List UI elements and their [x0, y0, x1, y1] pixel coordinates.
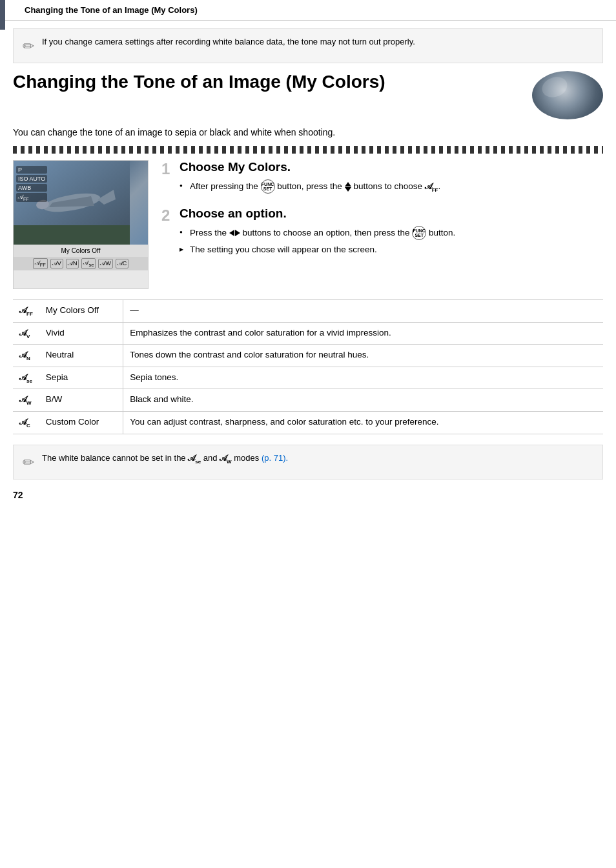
camera-wb: AWB — [16, 184, 47, 192]
table-row: 𝒜se Sepia Sepia tones. — [13, 367, 603, 389]
camera-icon-se: 𝒜se — [81, 258, 96, 269]
camera-bottom-label: My Colors Off — [61, 247, 101, 254]
step-2-inner: Choose an option. Press the buttons to c… — [180, 207, 603, 256]
bottom-note-link[interactable]: (p. 71). — [262, 453, 288, 463]
table-cell-desc: — — [123, 300, 603, 323]
table-cell-icon: 𝒜C — [13, 411, 39, 434]
heading-image — [532, 71, 603, 119]
svg-rect-1 — [14, 225, 130, 245]
step-2-title: Choose an option. — [180, 207, 603, 221]
table-cell-name: My Colors Off — [39, 300, 123, 323]
table-row: 𝒜FF My Colors Off — — [13, 300, 603, 323]
bottom-note-icon2: 𝒜W — [220, 453, 234, 463]
step-2-bullets: Press the buttons to choose an option, t… — [180, 226, 603, 256]
table-row: 𝒜N Neutral Tones down the contrast and c… — [13, 345, 603, 367]
section-divider — [13, 146, 603, 154]
step-1-bullet-1-text: After pressing the FUNCSET button, press… — [190, 181, 440, 191]
table-cell-icon: 𝒜FF — [13, 300, 39, 323]
table-row: 𝒜V Vivid Emphasizes the contrast and col… — [13, 322, 603, 345]
table-cell-desc: Black and white. — [123, 389, 603, 412]
color-icon-bw: 𝒜W — [19, 394, 32, 404]
camera-icon-c: 𝒜C — [116, 259, 129, 268]
table-cell-name: Sepia — [39, 367, 123, 389]
table-cell-name: Custom Color — [39, 411, 123, 434]
step-1-title: Choose My Colors. — [180, 160, 603, 174]
table-cell-desc: Tones down the contrast and color satura… — [123, 345, 603, 367]
up-down-arrows — [345, 182, 351, 192]
color-icon-c: 𝒜C — [19, 417, 30, 427]
bottom-note: ✏ The white balance cannot be set in the… — [13, 445, 603, 479]
colors-table: 𝒜FF My Colors Off — 𝒜V Vivid Emphasizes … — [13, 299, 603, 434]
camera-mode: P — [16, 166, 47, 174]
table-cell-desc: Emphasizes the contrast and color satura… — [123, 322, 603, 345]
camera-bottom-bar: My Colors Off — [14, 245, 148, 257]
note-box: ✏ If you change camera settings after re… — [13, 28, 603, 63]
camera-ui-bar: P ISO AUTO AWB 𝒜FF — [16, 166, 47, 202]
step-2-bullet-2: The setting you chose will appear on the… — [180, 243, 603, 256]
table-cell-icon: 𝒜V — [13, 322, 39, 345]
description-text: You can change the tone of an image to s… — [13, 126, 603, 139]
func-set-icon-2: FUNCSET — [412, 226, 426, 240]
top-bar: Changing the Tone of an Image (My Colors… — [0, 0, 616, 21]
camera-mycolor: 𝒜FF — [16, 193, 47, 202]
table-row: 𝒜W B/W Black and white. — [13, 389, 603, 412]
table-cell-icon: 𝒜N — [13, 345, 39, 367]
page-title: Changing the Tone of an Image (My Colors… — [13, 71, 526, 93]
table-row: 𝒜C Custom Color You can adjust contrast,… — [13, 411, 603, 434]
pencil-icon: ✏ — [23, 38, 34, 55]
left-right-arrows — [229, 230, 240, 236]
breadcrumb: Changing the Tone of an Image (My Colors… — [25, 5, 198, 15]
steps-section: P ISO AUTO AWB 𝒜FF My Colors Off 𝒜FF 𝒜V … — [13, 160, 603, 289]
camera-icon-bw: 𝒜W — [98, 259, 113, 268]
steps-content: 1 Choose My Colors. After pressing the F… — [161, 160, 603, 289]
color-icon-se: 𝒜se — [19, 372, 32, 382]
color-icon-n: 𝒜N — [19, 350, 30, 359]
side-accent — [0, 0, 5, 30]
table-cell-desc: You can adjust contrast, sharpness, and … — [123, 411, 603, 434]
camera-screen: P ISO AUTO AWB 𝒜FF — [14, 161, 148, 245]
note-text: If you change camera settings after reco… — [42, 37, 415, 46]
heading-section: Changing the Tone of an Image (My Colors… — [13, 71, 603, 119]
camera-mockup: P ISO AUTO AWB 𝒜FF My Colors Off 𝒜FF 𝒜V … — [13, 160, 149, 289]
page-number: 72 — [13, 490, 603, 500]
step-1: 1 Choose My Colors. After pressing the F… — [161, 160, 603, 194]
table-cell-name: Neutral — [39, 345, 123, 367]
step-2-number: 2 — [161, 207, 170, 225]
pencil-icon-2: ✏ — [23, 454, 34, 471]
bottom-note-text: The white balance cannot be set in the 𝒜… — [42, 453, 288, 465]
table-cell-desc: Sepia tones. — [123, 367, 603, 389]
camera-icon-off: 𝒜FF — [33, 258, 48, 269]
step-1-bullets: After pressing the FUNCSET button, press… — [180, 179, 603, 194]
color-icon-v: 𝒜V — [19, 328, 30, 338]
func-set-icon-1: FUNCSET — [261, 179, 275, 194]
camera-icon-n: 𝒜N — [66, 259, 79, 268]
step-2-bullet-1: Press the buttons to choose an option, t… — [180, 226, 603, 240]
camera-icon-v: 𝒜V — [50, 259, 63, 268]
table-cell-name: Vivid — [39, 322, 123, 345]
step-2: 2 Choose an option. Press the buttons — [161, 207, 603, 256]
step-2-bullet-1-text: Press the buttons to choose an option, t… — [190, 228, 455, 237]
step-1-inner: Choose My Colors. After pressing the FUN… — [180, 160, 603, 194]
bottom-note-icon1: 𝒜se — [188, 453, 203, 463]
step-2-bullet-2-text: The setting you chose will appear on the… — [190, 245, 377, 254]
camera-iso: ISO AUTO — [16, 175, 47, 183]
table-cell-name: B/W — [39, 389, 123, 412]
table-cell-icon: 𝒜W — [13, 389, 39, 412]
camera-icons-row: 𝒜FF 𝒜V 𝒜N 𝒜se 𝒜W 𝒜C — [14, 257, 148, 270]
step-1-number: 1 — [161, 160, 170, 178]
step-1-bullet-1: After pressing the FUNCSET button, press… — [180, 179, 603, 194]
page-container: Changing the Tone of an Image (My Colors… — [0, 0, 616, 868]
table-cell-icon: 𝒜se — [13, 367, 39, 389]
color-icon-off: 𝒜FF — [19, 305, 33, 315]
